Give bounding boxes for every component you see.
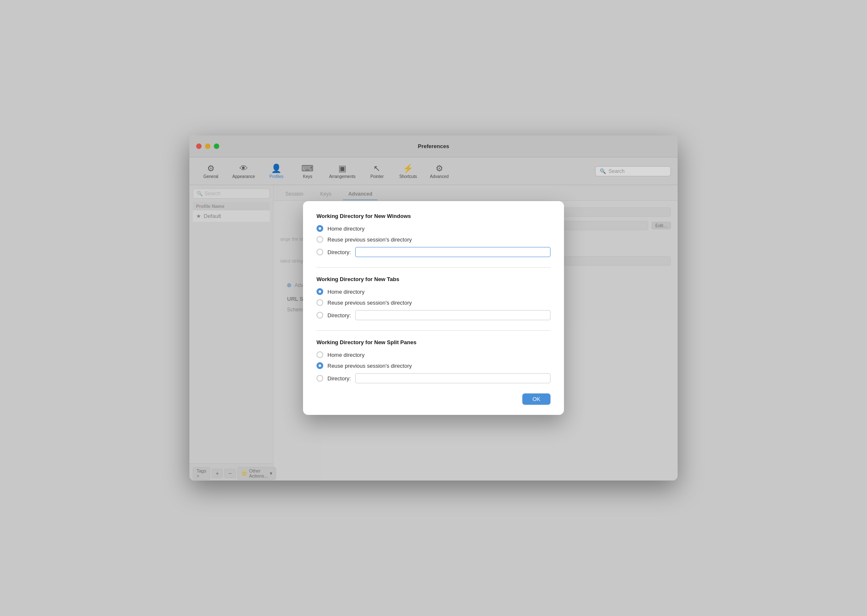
radio-windows-reuse-label: Reuse previous session's directory bbox=[327, 236, 412, 243]
radio-tabs-dir[interactable]: Directory: bbox=[316, 310, 551, 320]
tabs-dir-input[interactable] bbox=[355, 310, 551, 320]
preferences-window: Preferences ⚙ General 👁 Appearance 👤 Pro… bbox=[189, 135, 678, 481]
modal-footer: OK bbox=[316, 393, 551, 405]
radio-group-windows: Home directory Reuse previous session's … bbox=[316, 225, 551, 257]
divider-1 bbox=[316, 267, 551, 268]
radio-tabs-reuse-label: Reuse previous session's directory bbox=[327, 300, 412, 306]
radio-tabs-home[interactable]: Home directory bbox=[316, 288, 551, 295]
radio-group-tabs: Home directory Reuse previous session's … bbox=[316, 288, 551, 320]
radio-split-reuse[interactable]: Reuse previous session's directory bbox=[316, 362, 551, 369]
radio-tabs-reuse[interactable]: Reuse previous session's directory bbox=[316, 299, 551, 306]
radio-tabs-home-label: Home directory bbox=[327, 289, 364, 295]
radio-tabs-home-input[interactable] bbox=[316, 288, 323, 295]
radio-split-reuse-label: Reuse previous session's directory bbox=[327, 363, 412, 369]
radio-windows-reuse[interactable]: Reuse previous session's directory bbox=[316, 236, 551, 243]
radio-split-dir-label: Directory: bbox=[327, 375, 351, 382]
section-new-windows: Working Directory for New Windows Home d… bbox=[316, 213, 551, 257]
radio-split-home[interactable]: Home directory bbox=[316, 351, 551, 358]
section-split-panes: Working Directory for New Split Panes Ho… bbox=[316, 339, 551, 383]
radio-split-dir[interactable]: Directory: bbox=[316, 373, 551, 383]
section-split-panes-title: Working Directory for New Split Panes bbox=[316, 339, 551, 345]
ok-button[interactable]: OK bbox=[522, 393, 551, 405]
radio-split-reuse-input[interactable] bbox=[316, 362, 323, 369]
radio-windows-home[interactable]: Home directory bbox=[316, 225, 551, 232]
radio-split-home-input[interactable] bbox=[316, 351, 323, 358]
divider-2 bbox=[316, 330, 551, 331]
split-dir-input[interactable] bbox=[355, 373, 551, 383]
radio-windows-home-label: Home directory bbox=[327, 226, 364, 232]
radio-tabs-dir-label: Directory: bbox=[327, 312, 351, 319]
radio-tabs-dir-input[interactable] bbox=[316, 312, 323, 319]
section-new-tabs-title: Working Directory for New Tabs bbox=[316, 276, 551, 282]
radio-windows-home-input[interactable] bbox=[316, 225, 323, 232]
radio-windows-dir-label: Directory: bbox=[327, 249, 351, 255]
radio-windows-reuse-input[interactable] bbox=[316, 236, 323, 243]
radio-split-dir-input[interactable] bbox=[316, 375, 323, 382]
radio-windows-dir-input[interactable] bbox=[316, 249, 323, 255]
radio-group-split: Home directory Reuse previous session's … bbox=[316, 351, 551, 383]
section-new-tabs: Working Directory for New Tabs Home dire… bbox=[316, 276, 551, 320]
section-new-windows-title: Working Directory for New Windows bbox=[316, 213, 551, 219]
radio-split-home-label: Home directory bbox=[327, 352, 364, 358]
radio-windows-dir[interactable]: Directory: bbox=[316, 247, 551, 257]
windows-dir-input[interactable] bbox=[355, 247, 551, 257]
radio-tabs-reuse-input[interactable] bbox=[316, 299, 323, 306]
working-directory-modal: Working Directory for New Windows Home d… bbox=[303, 201, 564, 415]
